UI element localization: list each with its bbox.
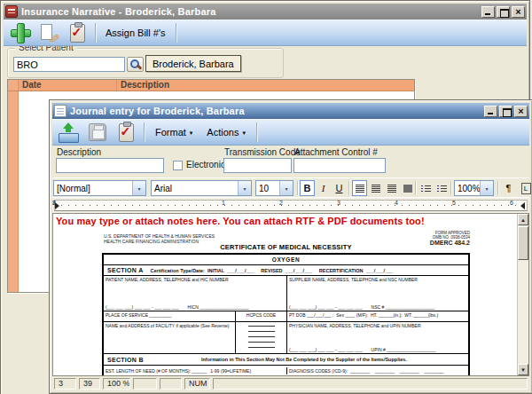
- description-field[interactable]: [56, 158, 164, 173]
- clipboard-check-icon: ✓: [119, 123, 134, 142]
- physician-label: PHYSICIAN NAME, ADDRESS, TELEPHONE and U…: [287, 322, 468, 329]
- verify-entry-button[interactable]: ✓: [113, 121, 139, 145]
- document-area[interactable]: You may type or attach notes here. You c…: [52, 213, 529, 376]
- add-narrative-button[interactable]: [7, 21, 34, 45]
- patient-phone-line: (___ ___ ___) ___ ___ - ___ ___ ___ HICN…: [106, 304, 249, 310]
- maximize-button[interactable]: [497, 6, 510, 18]
- chevron-down-icon[interactable]: ▾: [480, 181, 493, 195]
- toolbar-separator: [497, 181, 498, 195]
- toolbar-separator: [176, 23, 176, 43]
- insurance-titlebar[interactable]: Insurance Narrative - Broderick, Barbara…: [4, 4, 527, 20]
- verify-narrative-button[interactable]: ✓: [64, 21, 90, 45]
- actions-menu-button[interactable]: Actions ▾: [200, 122, 252, 143]
- journal-window-controls: ×: [482, 106, 528, 117]
- patient-info-line: PT DOB ___/___/___ ; Sex ____ (M/F); HT.…: [287, 311, 468, 319]
- select-patient-label: Select Patient: [15, 46, 77, 52]
- journal-entry-window: Journal entry for Broderick, Barbara × ✓…: [49, 99, 532, 394]
- right-indent-marker[interactable]: [520, 202, 525, 209]
- document-page[interactable]: You may type or attach notes here. You c…: [53, 214, 517, 375]
- search-icon: [130, 59, 141, 70]
- align-left-icon: [356, 185, 364, 193]
- minimize-button[interactable]: [484, 106, 497, 117]
- status-bar: 3 39 100 % NUM: [52, 376, 529, 390]
- toolbar-separator: [144, 122, 145, 142]
- column-header-description[interactable]: Description: [117, 80, 414, 91]
- scrollbar-thumb[interactable]: [518, 226, 528, 260]
- numbered-list-icon: [437, 185, 447, 193]
- font-size-select[interactable]: 10 ▾: [255, 180, 293, 196]
- ruler-mark: 5: [452, 200, 456, 206]
- section-b-label: SECTION B: [104, 357, 147, 363]
- numbered-list-button[interactable]: [434, 180, 450, 196]
- font-family-select[interactable]: Arial ▾: [151, 180, 252, 196]
- physician-cell: PHYSICIAN NAME, ADDRESS, TELEPHONE and U…: [287, 322, 468, 353]
- vertical-scrollbar[interactable]: ▲ ▼: [517, 214, 528, 375]
- edit-narrative-button[interactable]: ✎: [35, 21, 62, 45]
- assign-bill-numbers-button[interactable]: Assign Bill #'s: [100, 22, 171, 43]
- align-left-button[interactable]: [352, 180, 367, 196]
- electronic-checkbox[interactable]: [173, 161, 183, 170]
- transmission-code-field[interactable]: [223, 158, 292, 173]
- toolbar-separator: [348, 181, 349, 195]
- bullet-list-button[interactable]: [419, 180, 434, 196]
- form-category: OXYGEN: [272, 256, 300, 263]
- show-formatting-marks-button[interactable]: ¶: [501, 180, 516, 196]
- maximize-button[interactable]: [499, 106, 512, 117]
- scroll-down-button[interactable]: ▼: [518, 364, 528, 375]
- row-selector-column: [8, 91, 19, 292]
- paragraph-style-select[interactable]: [Normal] ▾: [53, 180, 146, 196]
- align-justify-button[interactable]: [400, 180, 415, 196]
- font-size-value: 10: [256, 184, 279, 193]
- minimize-button[interactable]: [481, 6, 495, 18]
- supplier-cell: SUPPLIER NAME, ADDRESS, TELEPHONE and NS…: [287, 276, 468, 311]
- import-attachment-button[interactable]: [56, 121, 82, 145]
- italic-button[interactable]: I: [316, 180, 331, 196]
- section-b-text: Information in This Section May Not Be C…: [147, 357, 468, 362]
- position-marker-button[interactable]: L: [519, 180, 532, 196]
- close-button[interactable]: ×: [512, 6, 525, 18]
- zoom-select[interactable]: 100% ▾: [454, 180, 494, 196]
- selected-patient-chip[interactable]: Broderick, Barbara: [145, 55, 241, 72]
- scroll-up-button[interactable]: ▲: [518, 214, 528, 225]
- ruler-mark: 6: [510, 200, 513, 206]
- actions-menu-label: Actions: [207, 127, 239, 138]
- transmission-code-label: Transmission Code: [224, 147, 301, 157]
- narrative-table-header: Date Description: [8, 80, 414, 91]
- left-indent-marker[interactable]: [55, 202, 59, 209]
- toolbar-separator: [450, 181, 451, 195]
- attachment-control-field[interactable]: [293, 158, 386, 173]
- hcpcs-label: HCPCS CODE: [236, 311, 286, 319]
- form-category-row: OXYGEN: [104, 255, 468, 265]
- chevron-down-icon[interactable]: ▾: [279, 181, 293, 195]
- save-floppy-icon: [89, 123, 106, 141]
- row-selector-header: [8, 80, 19, 91]
- column-header-date[interactable]: Date: [19, 80, 117, 91]
- bold-button[interactable]: B: [300, 180, 315, 196]
- chevron-down-icon: ▾: [242, 130, 246, 136]
- font-family-value: Arial: [152, 184, 238, 193]
- facility-cell: NAME and ADDRESS of FACILITY if applicab…: [104, 322, 236, 353]
- description-label: Description: [57, 147, 101, 157]
- underline-button[interactable]: U: [332, 180, 347, 196]
- format-menu-button[interactable]: Format ▾: [149, 122, 199, 143]
- est-length-line: EST. LENGTH OF NEED (# OF MONTHS): _____…: [104, 367, 253, 374]
- align-center-icon: [372, 185, 380, 193]
- status-pane-position: 39: [79, 378, 100, 390]
- save-button[interactable]: [84, 121, 111, 145]
- chevron-down-icon[interactable]: ▾: [132, 181, 145, 195]
- patient-search-button[interactable]: [127, 57, 144, 72]
- insurance-toolbar: ✎ ✓ Assign Bill #'s: [4, 20, 527, 46]
- journal-titlebar[interactable]: Journal entry for Broderick, Barbara ×: [52, 103, 529, 119]
- facility-label: NAME and ADDRESS of FACILITY if applicab…: [104, 322, 235, 329]
- chevron-down-icon[interactable]: ▾: [238, 181, 251, 195]
- toolbar-separator: [256, 122, 257, 142]
- paragraph-style-value: [Normal]: [54, 184, 132, 193]
- align-center-button[interactable]: [368, 180, 383, 196]
- status-pane-count: 3: [54, 378, 76, 390]
- patient-search-input[interactable]: [13, 57, 125, 72]
- close-button[interactable]: ×: [514, 106, 528, 117]
- align-right-button[interactable]: [384, 180, 399, 196]
- diagnosis-cell: DIAGNOSIS CODES (ICD-9): ________ ______…: [287, 367, 468, 374]
- form-number: DMERC 484.2: [430, 240, 470, 247]
- ruler[interactable]: 1 2 3 4 5 6 7 8: [52, 197, 529, 213]
